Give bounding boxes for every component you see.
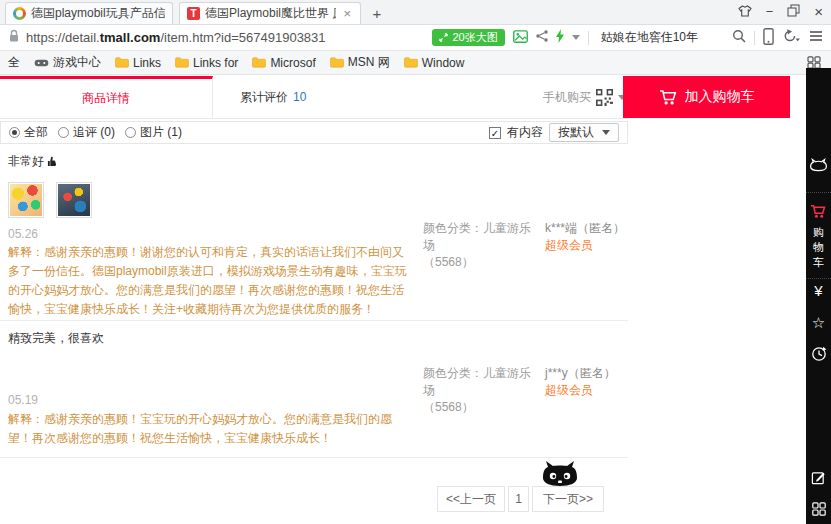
member-level-badge: 超级会员 xyxy=(545,382,630,399)
address-bar: https://detail.tmall.com/item.htm?id=567… xyxy=(0,25,831,51)
menu-icon[interactable] xyxy=(809,30,823,45)
folder-icon xyxy=(330,57,344,68)
radio-icon xyxy=(58,127,69,138)
bookmark-folder[interactable]: Links xyxy=(111,56,165,70)
search-engine-favicon-icon xyxy=(13,7,26,20)
prev-page-button[interactable]: <<上一页 xyxy=(437,486,505,512)
tab-product-detail[interactable]: 商品详情 xyxy=(0,76,213,118)
browser-window: 德国playmobil玩具产品信息介绍 T 德国Playmobil魔比世界 原装… xyxy=(0,0,831,524)
window-controls: − × xyxy=(738,0,831,24)
review-title: 精致完美，很喜欢 xyxy=(8,330,104,347)
feedback-pencil-icon[interactable] xyxy=(806,470,831,485)
add-to-cart-button[interactable]: 加入购物车 xyxy=(623,76,790,118)
bookmarks-bar: 全 游戏中心 Links Links for Microsof MSN 网 Wi… xyxy=(0,51,831,75)
bookmark-item[interactable]: 全 xyxy=(4,54,24,71)
address-bar-tools: 20张大图 姑娘在地窖住10年 xyxy=(432,28,823,48)
tab-title: 德国Playmobil魔比世界 原装进口 xyxy=(205,5,336,22)
history-clock-icon[interactable] xyxy=(806,346,831,362)
cart-vertical-label[interactable]: 购物车 xyxy=(806,225,831,270)
side-dock: 购物车 ¥ ☆ xyxy=(806,68,831,524)
divider xyxy=(0,320,628,321)
more-apps-grid-icon[interactable] xyxy=(806,502,831,516)
review-user: k***端（匿名）超级会员 xyxy=(545,220,630,254)
has-content-label: 有内容 xyxy=(507,124,543,141)
has-content-checkbox[interactable]: ✓ xyxy=(489,127,501,139)
url-text[interactable]: https://detail.tmall.com/item.htm?id=567… xyxy=(26,30,326,45)
folder-icon xyxy=(115,57,129,68)
tab-accumulated-reviews[interactable]: 累计评价10 xyxy=(240,76,306,118)
filter-option-append[interactable]: 追评 (0) xyxy=(58,124,115,141)
gamepad-icon xyxy=(34,58,49,68)
lightning-icon[interactable] xyxy=(556,29,564,46)
chevron-down-icon xyxy=(602,130,610,135)
browser-tab-search-result[interactable]: 德国playmobil玩具产品信息介绍 xyxy=(5,2,173,24)
tmall-cat-icon xyxy=(538,460,582,489)
separator xyxy=(588,31,589,45)
album-icon[interactable] xyxy=(513,30,528,46)
member-level-badge: 超级会员 xyxy=(545,237,630,254)
review-filter-bar: 全部 追评 (0) 图片 (1) ✓ 有内容 按默认 xyxy=(0,121,628,144)
tmall-cat-outline-icon[interactable] xyxy=(806,158,831,172)
review-sku: 颜色分类：儿童游乐场（5568） xyxy=(423,220,541,271)
radio-icon xyxy=(125,127,136,138)
review-date: 05.19 xyxy=(8,393,38,407)
bookmark-item-game-center[interactable]: 游戏中心 xyxy=(30,54,105,71)
browser-tab-bar: 德国playmobil玩具产品信息介绍 T 德国Playmobil魔比世界 原装… xyxy=(0,0,831,25)
review-photos xyxy=(8,182,92,218)
big-image-badge[interactable]: 20张大图 xyxy=(432,29,504,46)
product-tab-row: 商品详情 累计评价10 手机购买 xyxy=(0,76,628,119)
seller-reply: 解释：感谢亲亲的惠顾！谢谢您的认可和肯定，真实的话语让我们不由间又多了一份信任。… xyxy=(8,243,410,319)
search-icon[interactable] xyxy=(732,29,746,46)
favorites-star-icon[interactable]: ☆ xyxy=(806,314,831,332)
expand-arrows-icon xyxy=(439,33,448,42)
pagination: <<上一页 1 下一页>> xyxy=(437,486,604,512)
seller-reply: 解释：感谢亲亲的惠顾！宝宝玩的开心妈妈才放心。您的满意是我们的愿望！再次感谢您的… xyxy=(8,410,410,448)
theme-shirt-icon[interactable] xyxy=(738,5,752,19)
review-user: j***y（匿名）超级会员 xyxy=(545,365,630,399)
mobile-buy-widget[interactable]: 手机购买 xyxy=(543,76,626,118)
review-sku: 颜色分类：儿童游乐场（5568） xyxy=(423,365,541,416)
phone-icon[interactable] xyxy=(763,28,774,48)
bookmark-folder[interactable]: Window xyxy=(400,56,469,70)
asset-money-icon[interactable]: ¥ xyxy=(806,282,831,299)
review-photo-thumbnail[interactable] xyxy=(56,182,92,218)
minimize-button[interactable]: − xyxy=(766,5,774,18)
divider xyxy=(0,457,628,458)
separator xyxy=(754,31,755,45)
filter-option-all[interactable]: 全部 xyxy=(9,124,48,141)
radio-icon xyxy=(9,127,20,138)
next-page-button[interactable]: 下一页>> xyxy=(532,486,604,512)
sort-dropdown-button[interactable]: 按默认 xyxy=(549,123,619,142)
share-icon[interactable] xyxy=(536,30,548,45)
tmall-favicon-icon: T xyxy=(187,7,200,20)
tab-close-icon[interactable]: × xyxy=(341,6,353,21)
restore-window-button[interactable] xyxy=(787,4,800,19)
new-tab-button[interactable]: + xyxy=(365,4,389,24)
filter-option-photos[interactable]: 图片 (1) xyxy=(125,124,182,141)
review-date: 05.26 xyxy=(8,227,38,241)
browser-tab-tmall-item[interactable]: T 德国Playmobil魔比世界 原装进口 × xyxy=(179,2,361,24)
bookmark-folder[interactable]: MSN 网 xyxy=(326,54,394,71)
folder-icon xyxy=(175,57,189,68)
bookmark-folder[interactable]: Microsof xyxy=(248,56,319,70)
tmall-review-page: 商品详情 累计评价10 手机购买 加入购物车 全部 追评 (0) 图片 (1) xyxy=(0,75,806,524)
divider xyxy=(806,192,831,193)
hot-search-text[interactable]: 姑娘在地窖住10年 xyxy=(597,29,724,46)
current-page-indicator: 1 xyxy=(508,486,529,512)
undo-history-icon[interactable] xyxy=(782,29,801,46)
divider xyxy=(806,278,831,279)
cart-icon xyxy=(659,89,678,106)
bookmark-folder[interactable]: Links for xyxy=(171,56,242,70)
folder-icon xyxy=(404,57,418,68)
lock-icon xyxy=(8,29,20,46)
cart-icon[interactable] xyxy=(806,204,831,219)
tab-title: 德国playmobil玩具产品信息介绍 xyxy=(31,5,165,22)
folder-icon xyxy=(252,57,266,68)
qr-code-icon xyxy=(596,89,613,106)
thumbs-up-icon xyxy=(47,156,58,167)
review-photo-thumbnail[interactable] xyxy=(8,182,44,218)
chevron-down-icon[interactable] xyxy=(572,35,580,40)
review-title: 非常好 xyxy=(8,153,58,170)
close-window-button[interactable]: × xyxy=(814,4,823,19)
